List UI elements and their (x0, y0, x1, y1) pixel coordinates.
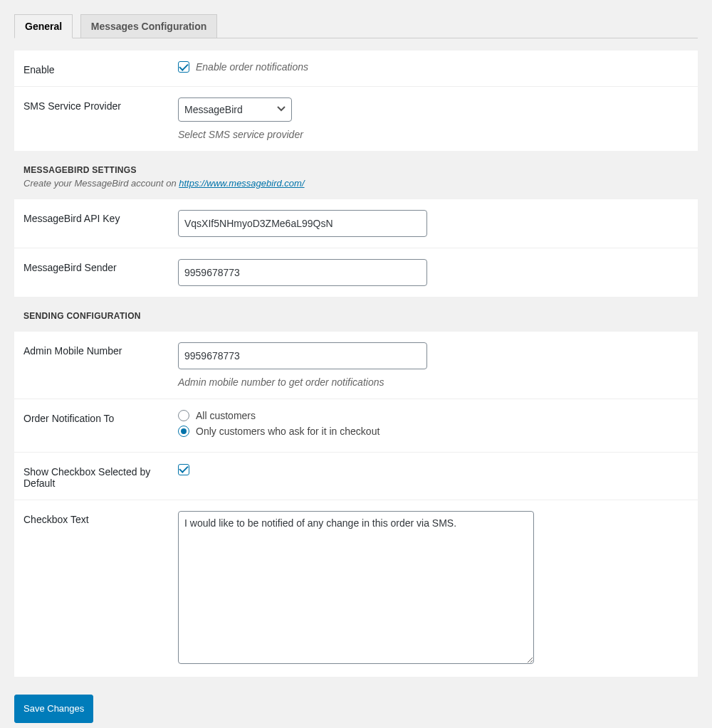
sender-input[interactable] (178, 259, 427, 286)
show-checkbox-default[interactable] (178, 464, 189, 475)
tab-messages-configuration[interactable]: Messages Configuration (80, 14, 218, 38)
notify-to-label: Order Notification To (23, 410, 178, 424)
save-button[interactable]: Save Changes (14, 695, 93, 723)
admin-mobile-label: Admin Mobile Number (23, 342, 178, 357)
notify-all-radio[interactable] (178, 410, 189, 421)
api-key-label: MessageBird API Key (23, 210, 178, 224)
enable-label: Enable (23, 61, 178, 75)
enable-desc: Enable order notifications (196, 61, 308, 73)
messagebird-section-header: MESSAGEBIRD SETTINGS Create your Message… (14, 151, 698, 199)
tab-nav: General Messages Configuration (14, 14, 698, 38)
provider-label: SMS Service Provider (23, 97, 178, 112)
enable-checkbox[interactable] (178, 61, 189, 73)
tab-general[interactable]: General (14, 14, 73, 38)
admin-mobile-input[interactable] (178, 342, 427, 369)
checkbox-text-label: Checkbox Text (23, 511, 178, 525)
notify-ask-radio[interactable] (178, 426, 189, 437)
admin-mobile-help: Admin mobile number to get order notific… (178, 376, 691, 388)
messagebird-section-title: MESSAGEBIRD SETTINGS (23, 165, 689, 175)
provider-select[interactable]: MessageBird (178, 97, 292, 122)
sending-section-title: SENDING CONFIGURATION (23, 311, 689, 321)
provider-help: Select SMS service provider (178, 129, 691, 140)
checkbox-text-textarea[interactable] (178, 511, 534, 664)
api-key-input[interactable] (178, 210, 427, 237)
messagebird-subtitle-prefix: Create your MessageBird account on (23, 178, 179, 189)
sender-label: MessageBird Sender (23, 259, 178, 273)
sending-section-header: SENDING CONFIGURATION (14, 297, 698, 332)
show-checkbox-label: Show Checkbox Selected by Default (23, 463, 178, 489)
notify-ask-label: Only customers who ask for it in checkou… (196, 426, 379, 437)
messagebird-link[interactable]: https://www.messagebird.com/ (179, 178, 304, 189)
notify-all-label: All customers (196, 410, 256, 421)
